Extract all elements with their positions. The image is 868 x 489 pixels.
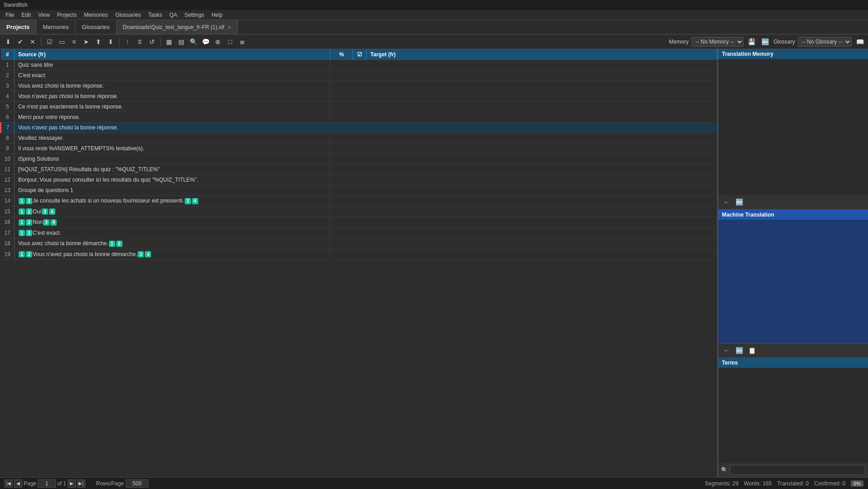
cell-target[interactable]: [367, 91, 717, 102]
cell-source[interactable]: Vous avez choisi la bonne réponse.: [15, 81, 330, 91]
toolbar-up-btn[interactable]: ⬆: [93, 36, 104, 47]
table-row[interactable]: 1412Je consulte les achats si un nouveau…: [1, 196, 717, 207]
toolbar-refresh-btn[interactable]: ↺: [147, 36, 157, 47]
toolbar-all-btn[interactable]: ≣: [237, 36, 248, 47]
cell-source[interactable]: Quiz sans titre: [15, 60, 330, 70]
tab-file[interactable]: Downloads\Quiz_test_langue_fr-FR (1).xlf…: [117, 20, 238, 34]
cell-target[interactable]: [367, 185, 717, 196]
table-row[interactable]: 4Vous n'avez pas choisi la bonne réponse…: [1, 91, 717, 102]
toolbar-comment-btn[interactable]: 💬: [200, 36, 211, 47]
table-row[interactable]: 6Merci pour votre réponse.: [1, 112, 717, 123]
toolbar-download-btn[interactable]: ⬇: [3, 36, 14, 47]
cell-target[interactable]: [367, 206, 717, 217]
table-row[interactable]: 12Bonjour, Vous pouvez consulter ici les…: [1, 175, 717, 185]
table-row[interactable]: 18Vous avez choisi la bonne démarche.12: [1, 238, 717, 249]
table-row[interactable]: 10iSpring Solutions: [1, 154, 717, 164]
terms-translate-btn[interactable]: 🔤: [734, 345, 745, 356]
tab-glossaries[interactable]: Glossaries: [75, 20, 116, 34]
cell-source[interactable]: 12Non34: [15, 217, 330, 228]
cell-target[interactable]: [367, 81, 717, 91]
cell-source[interactable]: Groupe de questions 1: [15, 185, 330, 196]
terms-search-input[interactable]: [730, 465, 865, 475]
cell-target[interactable]: [367, 238, 717, 249]
menu-settings[interactable]: Settings: [181, 11, 208, 19]
cell-source[interactable]: 12Vous n'avez pas choisi la bonne démarc…: [15, 249, 330, 260]
toolbar-down-btn[interactable]: ⬇: [105, 36, 116, 47]
cell-source[interactable]: Veuillez réessayer.: [15, 133, 330, 143]
tab-projects[interactable]: Projects: [0, 20, 36, 34]
toolbar-search-btn[interactable]: 🔍: [188, 36, 199, 47]
cell-target[interactable]: [367, 196, 717, 207]
toolbar-check-btn[interactable]: ✔: [15, 36, 26, 47]
cell-source[interactable]: Vous n'avez pas choisi la bonne réponse.: [15, 123, 330, 133]
toolbar-table-btn[interactable]: ▦: [163, 36, 174, 47]
cell-source[interactable]: Vous n'avez pas choisi la bonne réponse.: [15, 91, 330, 102]
menu-qa[interactable]: QA: [166, 11, 181, 19]
first-page-btn[interactable]: |◀: [5, 479, 13, 488]
table-row[interactable]: 7Vous n'avez pas choisi la bonne réponse…: [1, 123, 717, 133]
cell-source[interactable]: Il vous reste %ANSWER_ATTEMPTS% tentativ…: [15, 143, 330, 154]
cell-target[interactable]: [367, 123, 717, 133]
cell-target[interactable]: [367, 102, 717, 112]
last-page-btn[interactable]: ▶|: [77, 479, 85, 488]
toolbar-cancel-btn[interactable]: ✕: [27, 36, 38, 47]
cell-source[interactable]: Ce n'est pas exactement la bonne réponse…: [15, 102, 330, 112]
cell-target[interactable]: [367, 112, 717, 123]
tm-back-btn[interactable]: ←: [721, 197, 732, 207]
tm-translate-btn[interactable]: 🔤: [734, 197, 745, 207]
table-row[interactable]: 1Quiz sans titre: [1, 60, 717, 70]
page-input[interactable]: [38, 479, 56, 488]
cell-source[interactable]: Bonjour, Vous pouvez consulter ici les r…: [15, 175, 330, 185]
terms-back-btn[interactable]: ←: [721, 345, 732, 356]
cell-target[interactable]: [367, 143, 717, 154]
toolbar-single-btn[interactable]: □: [225, 36, 235, 47]
table-row[interactable]: 3Vous avez choisi la bonne réponse.: [1, 81, 717, 91]
table-row[interactable]: 1712C'est exact.: [1, 227, 717, 238]
toolbar-checkbox-btn[interactable]: ☑: [44, 36, 55, 47]
toolbar-zoom-btn[interactable]: ⊕: [212, 36, 223, 47]
cell-source[interactable]: [%QUIZ_STATUS%] Résultats du quiz : "%QU…: [15, 164, 330, 175]
glossary-select[interactable]: -- No Glossary --: [798, 37, 852, 47]
table-row[interactable]: 2C'est exact.: [1, 70, 717, 81]
cell-source[interactable]: C'est exact.: [15, 70, 330, 81]
memory-select[interactable]: -- No Memory --: [691, 37, 744, 47]
cell-target[interactable]: [367, 217, 717, 228]
table-row[interactable]: 1912Vous n'avez pas choisi la bonne déma…: [1, 249, 717, 260]
menu-view[interactable]: View: [34, 11, 54, 19]
cell-target[interactable]: [367, 70, 717, 81]
toolbar-lines-btn[interactable]: ≡: [69, 36, 79, 47]
next-page-btn[interactable]: ▶: [68, 479, 76, 488]
cell-target[interactable]: [367, 164, 717, 175]
table-row[interactable]: 11[%QUIZ_STATUS%] Résultats du quiz : "%…: [1, 164, 717, 175]
menu-edit[interactable]: Edit: [18, 11, 34, 19]
table-row[interactable]: 8Veuillez réessayer.: [1, 133, 717, 143]
table-row[interactable]: 9Il vous reste %ANSWER_ATTEMPTS% tentati…: [1, 143, 717, 154]
cell-target[interactable]: [367, 249, 717, 260]
menu-glossaries[interactable]: Glossaries: [112, 11, 145, 19]
table-row[interactable]: 1612Non34: [1, 217, 717, 228]
menu-memories[interactable]: Memories: [80, 11, 112, 19]
cell-target[interactable]: [367, 175, 717, 185]
menu-projects[interactable]: Projects: [54, 11, 80, 19]
cell-source[interactable]: 12C'est exact.: [15, 227, 330, 238]
table-row[interactable]: 1512Oui34: [1, 206, 717, 217]
prev-page-btn[interactable]: ◀: [14, 479, 22, 488]
toolbar-box-btn[interactable]: ▭: [56, 36, 67, 47]
toolbar-cols-btn[interactable]: ▤: [176, 36, 186, 47]
table-row[interactable]: 5Ce n'est pas exactement la bonne répons…: [1, 102, 717, 112]
memory-action-btn[interactable]: 💾: [746, 36, 757, 47]
cell-source[interactable]: 12Je consulte les achats si un nouveau f…: [15, 196, 330, 207]
close-file-tab[interactable]: ×: [228, 25, 230, 30]
cell-target[interactable]: [367, 227, 717, 238]
terms-copy-btn[interactable]: 📋: [746, 345, 757, 356]
cell-target[interactable]: [367, 60, 717, 70]
menu-help[interactable]: Help: [208, 11, 226, 19]
tab-memories[interactable]: Memories: [36, 20, 75, 34]
menu-file[interactable]: File: [2, 11, 18, 19]
cell-source[interactable]: Vous avez choisi la bonne démarche.12: [15, 238, 330, 249]
menu-tasks[interactable]: Tasks: [145, 11, 166, 19]
translation-table[interactable]: # Source (fr) % ☑ Target (fr) 1Quiz sans…: [0, 49, 718, 477]
cell-source[interactable]: 12Oui34: [15, 206, 330, 217]
cell-target[interactable]: [367, 133, 717, 143]
glossary-action-btn[interactable]: 📖: [854, 36, 865, 47]
